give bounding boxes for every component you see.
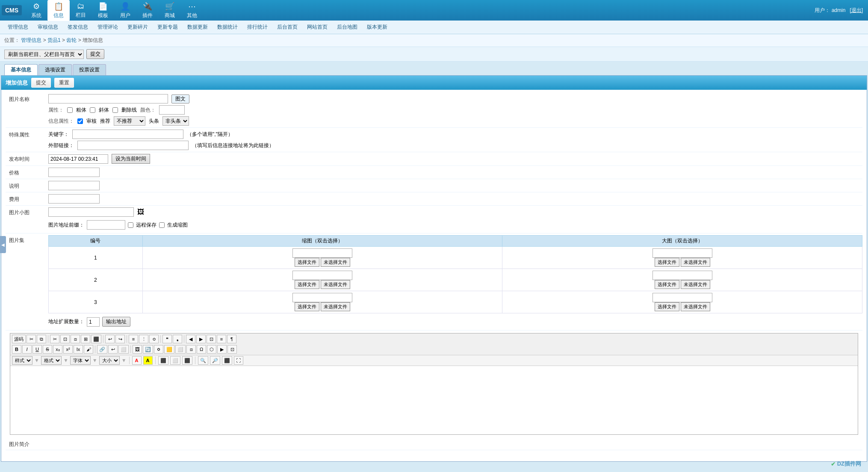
tool-ul[interactable]: ⋮ [139,335,148,343]
secondnav-manage-info[interactable]: 管理信息 [3,22,32,32]
nav-shop[interactable]: 🛒 商城 [159,0,181,21]
tool-flash[interactable]: 🔄 [143,345,153,354]
format-bg-color[interactable]: A [143,356,153,365]
secondnav-data-update[interactable]: 数据更新 [183,22,212,32]
tool-paste[interactable]: ⧈ [71,335,80,343]
tool-table[interactable]: ⧈ [186,345,196,354]
tool-hr[interactable]: ⬡ [207,345,216,354]
external-link-input[interactable] [77,141,189,150]
btn-tu[interactable]: 图文 [171,94,189,103]
row1-thumb-input[interactable] [292,248,352,258]
secondnav-backend-home[interactable]: 后台首页 [273,22,302,32]
tool-paste2[interactable]: ⊞ [81,335,90,343]
color-input[interactable] [159,105,185,115]
format-btn1[interactable]: ⬛ [158,356,168,365]
secondnav-update-fragment[interactable]: 更新碎片 [123,22,152,32]
format-btn3[interactable]: ⬛ [182,356,192,365]
breadcrumb-link-manage[interactable]: 管理信息 [21,37,41,43]
row3-unselect-large[interactable]: 未选择文件 [681,302,710,311]
tool-pre[interactable]: ❟ [173,335,182,343]
keyword-input[interactable] [72,130,183,139]
format-size-select[interactable]: 大小 [99,356,120,365]
tool-bold[interactable]: B [12,345,21,354]
tool-underline[interactable]: U [32,345,42,354]
tool-li[interactable]: ≎ [149,335,159,343]
nav-user[interactable]: 👤 用户 [114,0,136,21]
tab-basic[interactable]: 基本信息 [4,64,38,75]
breadcrumb-link-product[interactable]: 货品1 [47,37,61,43]
tool-blockquote[interactable]: ❝ [162,335,172,343]
tool-special-char[interactable]: Ω [197,345,206,354]
row2-unselect-large[interactable]: 未选择文件 [681,280,710,289]
tool-emoticon[interactable]: ⭘ [154,345,163,354]
row1-large-input[interactable] [652,248,712,258]
secondnav-update-topic[interactable]: 更新专题 [153,22,182,32]
row3-thumb-input[interactable] [292,293,352,302]
generate-thumb-checkbox[interactable] [159,222,165,228]
tool-ol[interactable]: ≡ [129,335,138,343]
price-input[interactable] [48,168,100,177]
tool-removeformat[interactable]: Ix [74,345,83,354]
row2-unselect-thumb[interactable]: 未选择文件 [321,280,350,289]
attr-italic-checkbox[interactable] [90,107,95,113]
remote-save-checkbox[interactable] [128,222,133,228]
format-font-select[interactable]: 字体 [70,356,91,365]
nav-system[interactable]: ⚙ 系统 [25,0,47,21]
nav-plugin[interactable]: 🔌 插件 [136,0,159,21]
fee-input[interactable] [48,194,100,204]
tool-align-right[interactable]: ⊡ [207,335,216,343]
row1-unselect-thumb[interactable]: 未选择文件 [321,258,350,267]
editor-body[interactable] [10,366,858,434]
row1-select-thumb[interactable]: 选择文件 [295,258,319,267]
row3-select-large[interactable]: 选择文件 [655,302,679,311]
row3-large-input[interactable] [652,293,712,302]
tool-align-justify[interactable]: ≡ [217,335,226,343]
secondnav-publish-info[interactable]: 签发信息 [63,22,92,32]
format-fit[interactable]: ⬛ [222,356,232,365]
recommend-select[interactable]: 不推荐 推荐 强力推荐 [114,116,145,126]
sidebar-collapse-arrow[interactable]: ◀ [0,236,6,253]
section-reset-btn[interactable]: 重置 [54,78,74,88]
tool-redo[interactable]: ↪ [115,335,125,343]
tab-options[interactable]: 选项设置 [38,64,72,75]
small-image-input[interactable] [48,207,134,217]
row1-select-large[interactable]: 选择文件 [655,258,679,267]
tool-link[interactable]: 🔗 [97,345,107,354]
tool-unlink[interactable]: ↩ [108,345,118,354]
tool-paragraph[interactable]: ¶ [227,335,236,343]
secondnav-backend-map[interactable]: 后台地图 [333,22,362,32]
secondnav-version-update[interactable]: 版本更新 [363,22,392,32]
tab-advanced[interactable]: 投票设置 [73,64,106,75]
tool-media[interactable]: ▶ [217,345,227,354]
tool-anchor[interactable]: ⬜ [118,345,129,354]
row2-thumb-input[interactable] [292,271,352,280]
tool-cut[interactable]: ✂ [50,335,59,343]
tool-copy[interactable]: ⊡ [60,335,70,343]
tool-italic[interactable]: I [22,345,32,354]
tool-copy3[interactable]: ⧉ [37,335,46,343]
nav-other[interactable]: ⋯ 其他 [181,0,203,21]
breadcrumb-link-gear[interactable]: 齿轮 [66,37,77,43]
logout-link[interactable]: [退出] [850,7,863,13]
format-fullscreen[interactable]: ⛶ [234,356,243,365]
row1-unselect-large[interactable]: 未选择文件 [681,258,710,267]
tool-color1[interactable]: 🟨 [164,345,174,354]
nav-info[interactable]: 📋 信息 [47,0,70,21]
tool-align-center[interactable]: ▶ [196,335,206,343]
tool-pagebreak[interactable]: ⊡ [227,345,237,354]
format-zoom-out[interactable]: 🔎 [210,356,220,365]
format-style-select[interactable]: 样式 [12,356,32,365]
addr-expand-input[interactable] [87,317,100,327]
format-zoom-in[interactable]: 🔍 [198,356,208,365]
tool-subscript[interactable]: x₂ [53,345,62,354]
secondnav-rank-stats[interactable]: 排行统计 [243,22,272,32]
refresh-select[interactable]: 刷新当前栏目、父栏目与首页 [4,50,84,59]
tool-color2[interactable]: ⬜ [175,345,186,354]
secondnav-audit-info[interactable]: 审核信息 [33,22,62,32]
tool-copy2[interactable]: ✂ [27,335,36,343]
format-format-select[interactable]: 格式 [41,356,62,365]
secondnav-website-home[interactable]: 网站首页 [303,22,332,32]
attr-bold-checkbox[interactable] [67,107,73,113]
set-current-time-btn[interactable]: 设为当前时间 [112,154,150,164]
tool-source[interactable]: 源码 [12,335,26,343]
